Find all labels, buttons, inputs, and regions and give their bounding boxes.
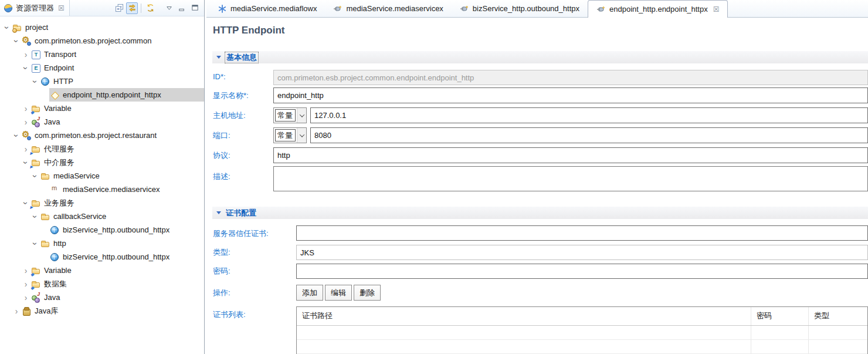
twisty-icon[interactable] bbox=[12, 132, 21, 140]
link-with-editor-icon[interactable] bbox=[126, 2, 138, 14]
refresh-icon[interactable] bbox=[144, 2, 156, 14]
op-button-删除[interactable]: 删除 bbox=[354, 285, 381, 301]
tree-item[interactable]: http bbox=[0, 237, 204, 250]
tree-item[interactable]: mediaService.mediaservicex bbox=[0, 183, 204, 196]
port-type-value: 常量 bbox=[275, 129, 296, 141]
editor-tab[interactable]: mediaService.mediaservicex bbox=[325, 0, 451, 17]
twisty-icon[interactable] bbox=[21, 64, 30, 72]
tree-item-label: 数据集 bbox=[44, 279, 67, 289]
host-type-select[interactable]: 常量 bbox=[273, 107, 307, 123]
twisty-icon[interactable] bbox=[21, 199, 30, 207]
chevron-down-icon[interactable] bbox=[297, 108, 306, 123]
service-icon bbox=[596, 5, 606, 14]
twisty-icon[interactable] bbox=[21, 159, 30, 167]
id-field[interactable] bbox=[273, 70, 868, 85]
tree-item[interactable]: Java bbox=[0, 115, 204, 129]
folder-icon bbox=[40, 212, 50, 221]
collapse-all-icon[interactable] bbox=[113, 2, 125, 14]
port-label: 端口: bbox=[213, 130, 230, 141]
tree-item[interactable]: Java bbox=[0, 291, 204, 304]
operation-label: 操作: bbox=[213, 288, 230, 298]
tree-item[interactable]: Java库 bbox=[0, 304, 204, 318]
editor-tab-label: bizService_http.outbound_httpx bbox=[473, 4, 579, 13]
tree-item[interactable]: 数据集 bbox=[0, 277, 204, 291]
twisty-icon[interactable] bbox=[21, 280, 30, 288]
folder-var-icon bbox=[31, 104, 40, 113]
type-field[interactable] bbox=[296, 245, 868, 260]
protocol-field[interactable] bbox=[273, 147, 868, 163]
host-type-value: 常量 bbox=[275, 109, 296, 122]
twisty-icon[interactable] bbox=[12, 37, 21, 45]
tree-item-label: Java库 bbox=[35, 306, 58, 316]
port-type-select[interactable]: 常量 bbox=[273, 127, 307, 143]
table-row[interactable] bbox=[297, 340, 867, 354]
maximize-icon[interactable] bbox=[189, 2, 201, 14]
tree-item[interactable]: callbackService bbox=[0, 210, 204, 223]
tree-item[interactable]: 中介服务 bbox=[0, 156, 204, 169]
table-row[interactable] bbox=[297, 326, 867, 340]
tree-item[interactable]: com.primeton.esb.project.common bbox=[0, 34, 204, 48]
editor-tab-label: mediaService.mediaflowx bbox=[230, 4, 317, 13]
twisty-icon[interactable] bbox=[21, 118, 30, 126]
twisty-icon[interactable] bbox=[21, 145, 30, 153]
description-field[interactable] bbox=[273, 166, 868, 191]
twisty-icon[interactable] bbox=[12, 307, 21, 315]
tree-item[interactable]: Variable bbox=[0, 102, 204, 115]
host-label: 主机地址: bbox=[213, 110, 246, 121]
host-field[interactable] bbox=[310, 107, 868, 123]
twisty-icon[interactable] bbox=[30, 77, 40, 86]
tree-item[interactable]: mediaService bbox=[0, 169, 204, 183]
view-tab-resource-explorer[interactable]: 资源管理器 bbox=[0, 0, 70, 16]
tree-item[interactable]: Variable bbox=[0, 264, 204, 277]
tree-item[interactable]: endpoint_http.endpoint_httpx bbox=[0, 88, 204, 102]
twisty-icon[interactable] bbox=[21, 267, 30, 275]
view-menu-icon[interactable] bbox=[163, 2, 175, 14]
twisty-icon[interactable] bbox=[30, 213, 40, 221]
letter-t-icon bbox=[31, 50, 40, 59]
display-name-field[interactable] bbox=[273, 87, 868, 103]
tree-item-label: Java bbox=[44, 293, 60, 302]
tree-item-label: bizService_http.outbound_httpx bbox=[63, 252, 169, 261]
tree-item[interactable]: com.primeton.esb.project.restaurant bbox=[0, 129, 204, 142]
trust-cert-field[interactable] bbox=[296, 225, 868, 241]
tree-item[interactable]: bizService_http.outbound_httpx bbox=[0, 250, 204, 264]
cert-list-label: 证书列表: bbox=[213, 309, 246, 320]
app-window: 资源管理器 bbox=[0, 0, 868, 354]
chevron-down-icon[interactable] bbox=[297, 128, 306, 143]
editor-tab[interactable]: endpoint_http.endpoint_httpx bbox=[588, 0, 728, 18]
tree-item[interactable]: Endpoint bbox=[0, 61, 204, 75]
tree-item[interactable]: 代理服务 bbox=[0, 142, 204, 156]
cert-list-table[interactable]: 证书路径密码类型 bbox=[296, 306, 868, 354]
twisty-icon[interactable] bbox=[21, 294, 30, 302]
section-header-basic-info[interactable]: 基本信息 bbox=[212, 51, 868, 63]
minimize-icon[interactable] bbox=[176, 2, 188, 14]
twisty-icon[interactable] bbox=[30, 240, 40, 248]
twisty-icon[interactable] bbox=[21, 104, 30, 113]
twisty-icon[interactable] bbox=[2, 23, 12, 32]
tree-item[interactable]: HTTP bbox=[0, 75, 204, 88]
tab-close-icon[interactable] bbox=[713, 5, 720, 14]
trust-cert-label: 服务器信任证书: bbox=[213, 228, 269, 239]
tree-item[interactable]: Transport bbox=[0, 48, 204, 61]
operation-buttons: 添加编辑删除 bbox=[296, 285, 381, 301]
view-tab-close-icon[interactable] bbox=[58, 4, 65, 12]
port-field[interactable] bbox=[310, 127, 868, 143]
tree-item[interactable]: project bbox=[0, 21, 204, 34]
editor-tab[interactable]: bizService_http.outbound_httpx bbox=[452, 0, 588, 17]
twisty-icon[interactable] bbox=[30, 172, 40, 180]
folder-var-icon bbox=[31, 279, 40, 289]
tree-item[interactable]: bizService_http.outbound_httpx bbox=[0, 223, 204, 237]
editor-tab[interactable]: mediaService.mediaflowx bbox=[209, 0, 325, 17]
section-header-cert-config[interactable]: 证书配置 bbox=[212, 207, 868, 219]
tree-item-label: project bbox=[25, 23, 48, 32]
op-button-添加[interactable]: 添加 bbox=[296, 285, 323, 301]
folder-project-icon bbox=[12, 23, 22, 32]
editor-tab-label: mediaService.mediaservicex bbox=[346, 4, 443, 13]
password-field[interactable] bbox=[296, 264, 868, 279]
tree-item-label: Java bbox=[44, 117, 60, 126]
twisty-icon[interactable] bbox=[21, 50, 30, 59]
globe-icon bbox=[40, 77, 50, 86]
op-button-编辑[interactable]: 编辑 bbox=[325, 285, 352, 301]
tree-item[interactable]: 业务服务 bbox=[0, 196, 204, 210]
tree-item-label: Transport bbox=[44, 50, 76, 59]
